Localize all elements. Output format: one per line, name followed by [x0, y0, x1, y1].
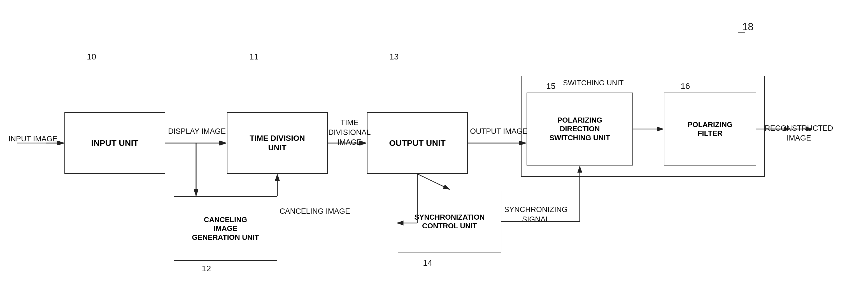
reconstructed-image-label: RECONSTRUCTEDIMAGE [765, 123, 833, 143]
synchronizing-signal-label: SYNCHRONIZINGSIGNAL [504, 205, 568, 224]
number-15: 15 [546, 81, 555, 91]
number-14: 14 [423, 258, 432, 268]
canceling-image-label: CANCELING IMAGE [280, 207, 350, 216]
number-13: 13 [389, 52, 399, 61]
svg-line-13 [417, 174, 450, 189]
input-unit-label: INPUT UNIT [91, 138, 138, 148]
time-divisional-image-label: TIMEDIVISIONALIMAGE [328, 118, 371, 147]
display-image-label: DISPLAY IMAGE [168, 127, 226, 136]
time-division-unit-label: TIME DIVISIONUNIT [250, 134, 305, 152]
output-unit-block: OUTPUT UNIT [367, 112, 468, 174]
polarizing-direction-label: POLARIZINGDIRECTIONSWITCHING UNIT [550, 116, 610, 142]
polarizing-direction-block: POLARIZINGDIRECTIONSWITCHING UNIT [527, 92, 633, 166]
input-image-label: INPUT IMAGE [8, 135, 57, 143]
diagram: SWITCHING UNIT INPUT UNIT TIME DIVISIONU… [0, 0, 868, 308]
number-12: 12 [202, 264, 211, 273]
input-unit-block: INPUT UNIT [64, 112, 165, 174]
number-16: 16 [681, 81, 690, 91]
sync-control-unit-label: SYNCHRONIZATIONCONTROL UNIT [414, 213, 485, 230]
sync-control-unit-block: SYNCHRONIZATIONCONTROL UNIT [398, 191, 501, 252]
polarizing-filter-block: POLARIZINGFILTER [664, 92, 756, 166]
output-unit-label: OUTPUT UNIT [389, 138, 445, 148]
time-division-unit-block: TIME DIVISIONUNIT [227, 112, 328, 174]
canceling-image-gen-block: CANCELINGIMAGEGENERATION UNIT [174, 196, 277, 261]
polarizing-filter-label: POLARIZINGFILTER [688, 120, 733, 138]
number-11: 11 [249, 52, 258, 61]
canceling-image-gen-label: CANCELINGIMAGEGENERATION UNIT [192, 216, 259, 242]
number-10: 10 [87, 52, 96, 61]
number-18: 18 [742, 21, 753, 33]
switching-unit-label: SWITCHING UNIT [563, 79, 624, 87]
output-image-label: OUTPUT IMAGE [470, 127, 527, 136]
